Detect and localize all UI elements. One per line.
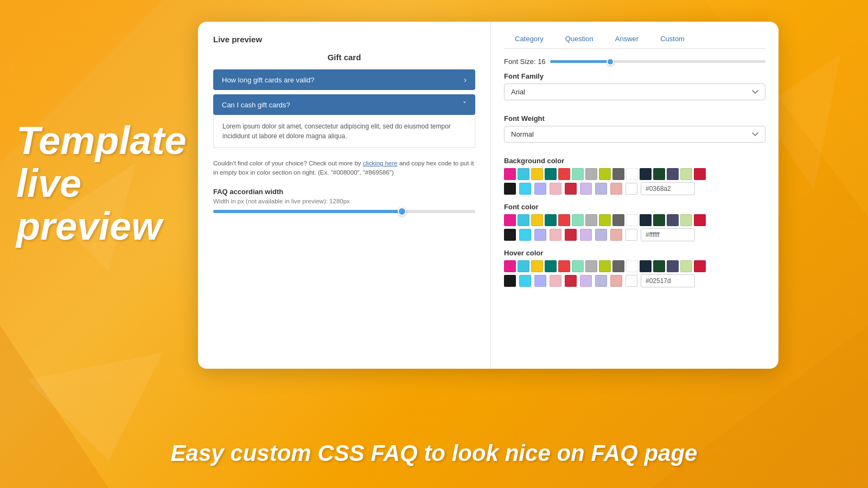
fc-swatch-15[interactable] — [694, 214, 706, 226]
bg-swatch-9[interactable] — [612, 168, 624, 180]
bg-swatch-3[interactable] — [531, 168, 543, 180]
tab-question[interactable]: Question — [554, 30, 604, 48]
background-color-label: Background color — [504, 157, 765, 165]
hc-swatch-22[interactable] — [595, 275, 607, 287]
font-weight-select[interactable]: Normal Bold Bolder Lighter — [504, 126, 765, 143]
hc-swatch-13[interactable] — [667, 260, 679, 272]
hc-swatch-18[interactable] — [534, 275, 546, 287]
faq-width-slider-track[interactable] — [213, 210, 475, 213]
fc-swatch-23[interactable] — [610, 229, 622, 241]
fc-swatch-2[interactable] — [518, 214, 529, 226]
faq-answer-2: Lorem ipsum dolor sit amet, consectetur … — [213, 115, 475, 148]
hc-swatch-19[interactable] — [550, 275, 561, 287]
fc-swatch-8[interactable] — [599, 214, 611, 226]
bg-swatch-12[interactable] — [653, 168, 665, 180]
font-color-input[interactable] — [641, 228, 695, 241]
fc-swatch-14[interactable] — [680, 214, 692, 226]
tab-category[interactable]: Category — [504, 30, 554, 48]
fc-swatch-18[interactable] — [534, 229, 546, 241]
bg-swatch-21[interactable] — [580, 183, 592, 195]
bg-swatch-7[interactable] — [585, 168, 597, 180]
hc-swatch-15[interactable] — [694, 260, 706, 272]
faq-width-sublabel: Width in px (not available in live previ… — [213, 198, 475, 204]
font-size-slider-track[interactable] — [550, 60, 765, 63]
fc-swatch-17[interactable] — [519, 229, 531, 241]
hc-swatch-23[interactable] — [610, 275, 622, 287]
fc-swatch-13[interactable] — [667, 214, 679, 226]
hover-color-swatches — [504, 260, 765, 272]
hover-color-section: Hover color — [504, 249, 765, 287]
hover-color-input[interactable] — [641, 274, 695, 287]
fc-swatch-20[interactable] — [565, 229, 577, 241]
bg-swatch-15[interactable] — [694, 168, 706, 180]
fc-swatch-9[interactable] — [612, 214, 624, 226]
font-size-row: Font Size: 16 — [504, 57, 765, 66]
fc-swatch-12[interactable] — [653, 214, 665, 226]
hover-color-input-row — [504, 274, 765, 287]
font-family-section: Font Family Arial Helvetica Times New Ro… — [504, 72, 765, 107]
fc-swatch-3[interactable] — [531, 214, 543, 226]
bg-swatch-17[interactable] — [519, 183, 531, 195]
hc-swatch-14[interactable] — [680, 260, 692, 272]
hc-swatch-12[interactable] — [653, 260, 665, 272]
hc-swatch-5[interactable] — [558, 260, 570, 272]
hc-swatch-6[interactable] — [572, 260, 584, 272]
hc-swatch-20[interactable] — [565, 275, 577, 287]
fc-swatch-10[interactable] — [626, 214, 638, 226]
bg-swatch-19[interactable] — [550, 183, 561, 195]
bg-swatch-8[interactable] — [599, 168, 611, 180]
fc-swatch-22[interactable] — [595, 229, 607, 241]
faq-question-2[interactable]: Can I cash gift cards? ˅ — [213, 94, 475, 115]
live-preview-title: Live preview — [213, 35, 475, 44]
bg-swatch-23[interactable] — [610, 183, 622, 195]
hc-swatch-16[interactable] — [504, 275, 516, 287]
hc-swatch-empty[interactable] — [626, 275, 637, 287]
hc-swatch-10[interactable] — [626, 260, 638, 272]
fc-swatch-21[interactable] — [580, 229, 592, 241]
fc-swatch-16[interactable] — [504, 229, 516, 241]
bg-swatch-empty[interactable] — [626, 183, 637, 195]
fc-swatch-empty[interactable] — [626, 229, 637, 241]
font-family-select[interactable]: Arial Helvetica Times New Roman Georgia … — [504, 84, 765, 100]
fc-swatch-5[interactable] — [558, 214, 570, 226]
fc-swatch-7[interactable] — [585, 214, 597, 226]
bg-swatch-18[interactable] — [534, 183, 546, 195]
hc-swatch-3[interactable] — [531, 260, 543, 272]
bg-swatch-4[interactable] — [545, 168, 557, 180]
hc-swatch-11[interactable] — [640, 260, 652, 272]
fc-swatch-19[interactable] — [550, 229, 561, 241]
faq-question-1[interactable]: How long gift cards are valid? › — [213, 69, 475, 90]
background-color-input[interactable] — [641, 182, 695, 195]
bg-swatch-20[interactable] — [565, 183, 577, 195]
bg-swatch-5[interactable] — [558, 168, 570, 180]
background-color-section: Background color — [504, 157, 765, 195]
hc-swatch-21[interactable] — [580, 275, 592, 287]
faq-width-slider-thumb — [398, 207, 406, 216]
bg-swatch-11[interactable] — [640, 168, 652, 180]
font-size-slider-fill — [550, 60, 610, 63]
hc-swatch-8[interactable] — [599, 260, 611, 272]
bg-swatch-10[interactable] — [626, 168, 638, 180]
hc-swatch-7[interactable] — [585, 260, 597, 272]
hc-swatch-4[interactable] — [545, 260, 557, 272]
bg-swatch-6[interactable] — [572, 168, 584, 180]
faq-width-label: FAQ accordian width — [213, 188, 475, 196]
color-info-link[interactable]: clicking here — [363, 160, 398, 166]
fc-swatch-11[interactable] — [640, 214, 652, 226]
fc-swatch-1[interactable] — [504, 214, 516, 226]
bg-swatch-22[interactable] — [595, 183, 607, 195]
fc-swatch-4[interactable] — [545, 214, 557, 226]
bg-swatch-16[interactable] — [504, 183, 516, 195]
bg-swatch-2[interactable] — [518, 168, 529, 180]
bg-swatch-1[interactable] — [504, 168, 516, 180]
hc-swatch-1[interactable] — [504, 260, 516, 272]
hc-swatch-9[interactable] — [612, 260, 624, 272]
bg-swatch-14[interactable] — [680, 168, 692, 180]
bg-swatch-13[interactable] — [667, 168, 679, 180]
background-color-swatches — [504, 168, 765, 180]
fc-swatch-6[interactable] — [572, 214, 584, 226]
hc-swatch-2[interactable] — [518, 260, 529, 272]
tab-answer[interactable]: Answer — [604, 30, 649, 48]
tab-custom[interactable]: Custom — [649, 30, 695, 48]
hc-swatch-17[interactable] — [519, 275, 531, 287]
